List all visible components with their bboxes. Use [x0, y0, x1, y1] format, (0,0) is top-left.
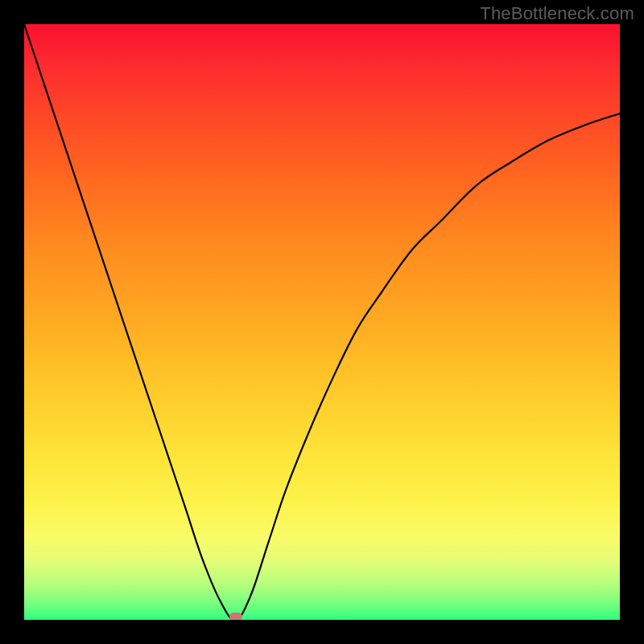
- plot-area: [24, 24, 620, 620]
- curve-svg: [24, 24, 620, 620]
- minimum-marker-icon: [229, 613, 242, 620]
- bottleneck-curve: [24, 24, 620, 620]
- watermark-text: TheBottleneck.com: [480, 3, 634, 24]
- chart-frame: TheBottleneck.com: [0, 0, 644, 644]
